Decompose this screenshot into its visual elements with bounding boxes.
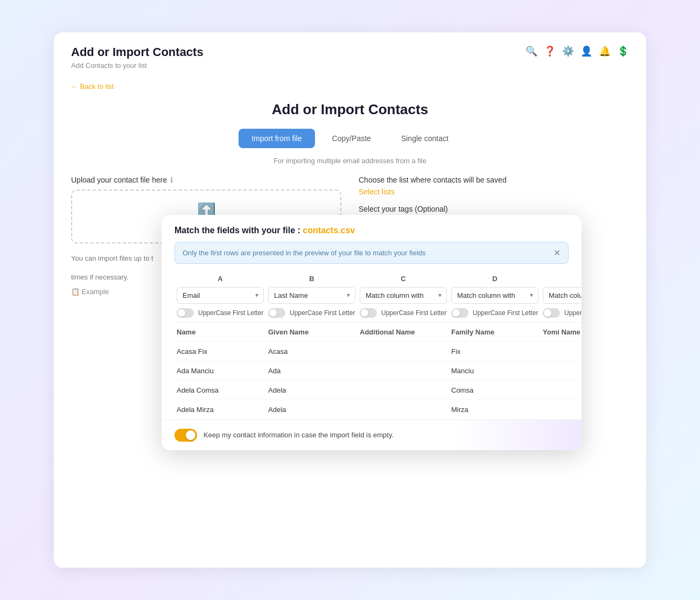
col-select-b[interactable]: Email First Name Last Name Match column …	[268, 287, 355, 304]
toggle-cell-b: UpperCase First Letter	[266, 306, 358, 323]
data-header-row: Name Given Name Additional Name Family N…	[174, 323, 582, 342]
toggle-text-d: UpperCase First Letter	[473, 309, 538, 317]
modal-header: Match the fields with your file : contac…	[162, 215, 582, 242]
tags-label: Select your tags (Optional)	[359, 205, 629, 213]
toggle-b[interactable]	[268, 308, 285, 318]
back-link[interactable]: ← Back to list	[71, 82, 629, 90]
upload-label: Upload your contact file here ℹ	[71, 176, 341, 184]
info-bar-close-icon[interactable]: ✕	[554, 248, 561, 258]
row3-family: Comsa	[449, 380, 541, 400]
card-title: Add or Import Contacts	[71, 45, 204, 59]
page-main-title: Add or Import Contacts	[71, 101, 629, 118]
select-lists-link[interactable]: Select lists	[359, 187, 629, 196]
select-cell-e: Email First Name Last Name Match column	[541, 285, 582, 306]
data-header-yomi: Yomi Name	[541, 323, 582, 342]
table-wrapper: A B C D E Email First Name	[162, 270, 582, 420]
row4-additional	[358, 400, 449, 419]
toggle-cell-a: UpperCase First Letter	[174, 306, 266, 323]
data-header-family: Family Name	[449, 323, 541, 342]
info-bar-text: Only the first rows are presented in the…	[183, 249, 426, 257]
row4-family: Mirza	[449, 400, 541, 419]
col-select-c[interactable]: Email First Name Last Name Match column …	[360, 287, 447, 304]
col-header-a: A	[174, 270, 266, 285]
data-row-2: Ada Manciu Ada Manciu	[174, 361, 582, 380]
row3-yomi	[541, 380, 582, 400]
toggle-text-a: UpperCase First Letter	[198, 309, 263, 317]
select-wrapper-d: Email First Name Last Name Match column …	[451, 287, 538, 304]
select-wrapper-a: Email First Name Last Name Match column …	[177, 287, 264, 304]
row4-yomi	[541, 400, 582, 419]
row2-family: Manciu	[449, 361, 541, 380]
user-icon[interactable]: 👤	[580, 45, 592, 57]
modal-info-bar: Only the first rows are presented in the…	[174, 242, 569, 264]
select-cell-c: Email First Name Last Name Match column …	[358, 285, 449, 306]
choose-list-label: Choose the list where contacts will be s…	[359, 176, 629, 184]
footer-toggle-label: Keep my contact information in case the …	[204, 431, 394, 439]
row4-given: Adela	[266, 400, 358, 419]
card-header: Add or Import Contacts Add Contacts to y…	[71, 45, 629, 69]
data-header-additional: Additional Name	[358, 323, 449, 342]
col-select-d[interactable]: Email First Name Last Name Match column …	[451, 287, 538, 304]
toggle-label-b: UpperCase First Letter	[268, 308, 355, 318]
select-row: Email First Name Last Name Match column …	[174, 285, 582, 306]
row3-given: Adela	[266, 380, 358, 400]
toggle-cell-d: UpperCase First Letter	[449, 306, 541, 323]
select-cell-d: Email First Name Last Name Match column …	[449, 285, 541, 306]
info-icon: ℹ	[170, 176, 173, 184]
column-header-row: A B C D E	[174, 270, 582, 285]
row2-given: Ada	[266, 361, 358, 380]
toggle-e[interactable]	[543, 308, 560, 318]
tab-copy-paste[interactable]: Copy/Paste	[319, 129, 384, 148]
select-wrapper-c: Email First Name Last Name Match column …	[360, 287, 447, 304]
col-header-e: E	[541, 270, 582, 285]
match-table: A B C D E Email First Name	[174, 270, 582, 420]
footer-toggle[interactable]	[174, 429, 197, 442]
toggle-label-c: UpperCase First Letter	[360, 308, 447, 318]
toggle-c[interactable]	[360, 308, 377, 318]
gear-icon[interactable]: ⚙️	[562, 45, 574, 57]
bell-icon[interactable]: 🔔	[599, 45, 611, 57]
row2-yomi	[541, 361, 582, 380]
row1-given: Acasa	[266, 341, 358, 361]
tab-hint: For importing multiple email addresses f…	[71, 157, 629, 165]
tab-import-from-file[interactable]: Import from file	[239, 129, 314, 148]
row3-additional	[358, 380, 449, 400]
data-row-4: Adela Mirza Adela Mirza	[174, 400, 582, 419]
data-header-given: Given Name	[266, 323, 358, 342]
toggle-d[interactable]	[451, 308, 468, 318]
modal: Match the fields with your file : contac…	[162, 215, 582, 450]
toggle-text-e: UpperCase First Letter	[564, 309, 582, 317]
toggle-cell-e: UpperCase First Letter	[541, 306, 582, 323]
row4-name: Adela Mirza	[174, 400, 266, 419]
col-select-a[interactable]: Email First Name Last Name Match column …	[177, 287, 264, 304]
select-wrapper-b: Email First Name Last Name Match column …	[268, 287, 355, 304]
row2-additional	[358, 361, 449, 380]
toggle-a[interactable]	[177, 308, 194, 318]
tab-single-contact[interactable]: Single contact	[388, 129, 461, 148]
modal-title-text: Match the fields with your file :	[174, 226, 303, 235]
dollar-icon[interactable]: 💲	[617, 45, 629, 57]
toggle-text-c: UpperCase First Letter	[381, 309, 446, 317]
header-icons-group: 🔍 ❓ ⚙️ 👤 🔔 💲	[526, 45, 629, 57]
data-row-3: Adela Comsa Adela Comsa	[174, 380, 582, 400]
row1-name: Acasa Fix	[174, 341, 266, 361]
col-header-b: B	[266, 270, 358, 285]
col-select-e[interactable]: Email First Name Last Name Match column	[543, 287, 582, 304]
tab-bar: Import from file Copy/Paste Single conta…	[71, 129, 629, 148]
search-icon[interactable]: 🔍	[526, 45, 537, 57]
toggle-text-b: UpperCase First Letter	[290, 309, 355, 317]
card-subtitle: Add Contacts to your list	[71, 61, 204, 69]
help-icon[interactable]: ❓	[544, 45, 556, 57]
select-wrapper-e: Email First Name Last Name Match column	[543, 287, 582, 304]
row1-family: Fix	[449, 341, 541, 361]
toggle-label-d: UpperCase First Letter	[451, 308, 538, 318]
modal-filename: contacts.csv	[303, 226, 355, 235]
row3-name: Adela Comsa	[174, 380, 266, 400]
select-cell-a: Email First Name Last Name Match column …	[174, 285, 266, 306]
select-cell-b: Email First Name Last Name Match column …	[266, 285, 358, 306]
data-header-name: Name	[174, 323, 266, 342]
toggle-row: UpperCase First Letter UpperCase First L…	[174, 306, 582, 323]
card-title-block: Add or Import Contacts Add Contacts to y…	[71, 45, 204, 69]
toggle-label-a: UpperCase First Letter	[177, 308, 264, 318]
row2-name: Ada Manciu	[174, 361, 266, 380]
